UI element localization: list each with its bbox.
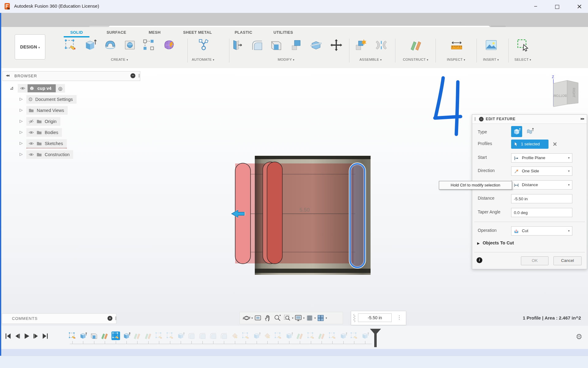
move-copy-icon[interactable] [329, 38, 343, 52]
expand-arrow-icon[interactable]: ▷ [20, 108, 23, 112]
timeline-feature-sketch[interactable] [328, 332, 337, 340]
orbit-icon[interactable] [243, 314, 251, 322]
step-back-icon[interactable] [13, 332, 21, 340]
add-comment-icon[interactable]: + [107, 316, 112, 321]
viewport-canvas[interactable]: 5.50 Z BOTTOM RIGHT ◀◀ [0, 68, 588, 356]
timeline-feature-planes[interactable] [100, 332, 109, 340]
group-automate[interactable]: AUTOMATE ▾ [192, 58, 214, 61]
expand-arrow-icon[interactable]: ▷ [20, 97, 23, 101]
viewports-caret[interactable]: ▾ [326, 316, 327, 320]
timeline-feature-sketch[interactable] [241, 332, 250, 340]
browser-item-label[interactable]: Construction [45, 152, 70, 157]
extent-type-dropdown[interactable]: Distance ▾ [511, 180, 572, 190]
timeline-feature-sketch[interactable] [68, 332, 77, 340]
group-construct[interactable]: CONSTRUCT ▾ [403, 58, 428, 61]
direction-dropdown[interactable]: One Side ▾ [511, 167, 572, 176]
viewports-icon[interactable] [317, 314, 325, 322]
group-assemble[interactable]: ASSEMBLE ▾ [360, 58, 382, 61]
cut-profile-mid[interactable] [267, 162, 282, 264]
display-settings-icon[interactable] [294, 314, 302, 322]
dialog-header[interactable]: ∥ − EDIT FEATURE ▶▶ [472, 115, 587, 124]
fit-view-icon[interactable] [283, 314, 291, 322]
timeline-feature-extrude[interactable] [252, 332, 261, 340]
fit-caret[interactable]: ▾ [292, 316, 294, 320]
group-create[interactable]: CREATE ▾ [111, 58, 128, 61]
group-modify[interactable]: MODIFY ▾ [278, 58, 295, 61]
automate-icon[interactable] [197, 38, 211, 52]
timeline-feature-planes[interactable] [296, 332, 304, 340]
group-select[interactable]: SELECT ▾ [514, 58, 531, 61]
timeline-feature-fillet[interactable] [209, 332, 217, 340]
timeline-feature-extrude[interactable] [339, 332, 348, 340]
minimize-button[interactable]: ─ [528, 0, 544, 13]
timeline-feature-extrude[interactable] [176, 332, 185, 340]
timeline-feature-fillet[interactable] [220, 332, 228, 340]
hud-distance-input[interactable] [358, 313, 392, 322]
joint-icon[interactable] [374, 38, 388, 52]
tab-mesh[interactable]: MESH [149, 30, 161, 35]
browser-drag-handle[interactable]: ∥ [138, 73, 140, 78]
insert-image-icon[interactable] [484, 38, 498, 52]
timeline-feature-sketch[interactable] [274, 332, 282, 340]
pan-icon[interactable] [264, 314, 272, 322]
dialog-collapse-icon[interactable]: − [479, 117, 484, 121]
timeline-feature-extrude[interactable] [285, 332, 293, 340]
visibility-eye-icon[interactable] [28, 140, 34, 147]
group-insert[interactable]: INSERT ▾ [483, 58, 499, 61]
select-icon[interactable] [516, 38, 530, 52]
skip-to-start-icon[interactable] [4, 332, 12, 340]
timeline-feature-fillet[interactable] [198, 332, 207, 340]
expand-arrow-icon[interactable]: ▷ [20, 130, 23, 134]
browser-collapse-icon[interactable]: ◀◀ [6, 74, 9, 77]
visibility-eye-icon[interactable] [28, 129, 34, 136]
taper-angle-input[interactable] [511, 208, 572, 217]
timeline-feature-fillet[interactable] [187, 332, 196, 340]
clear-selection-icon[interactable]: × [552, 140, 557, 147]
expand-arrow-icon[interactable]: ▷ [20, 119, 23, 123]
timeline-feature-sketch[interactable] [307, 332, 315, 340]
type-thin-extrude-button[interactable] [525, 127, 534, 136]
timeline-feature-decal[interactable] [263, 332, 272, 340]
timeline-feature-extrude[interactable] [361, 332, 369, 340]
grid-settings-icon[interactable] [306, 314, 314, 322]
objects-to-cut-label[interactable]: Objects To Cut [483, 240, 514, 245]
hole-icon[interactable] [123, 38, 137, 52]
browser-item-label[interactable]: Origin [45, 119, 57, 124]
display-caret[interactable]: ▾ [303, 316, 305, 320]
create-sketch-icon[interactable] [63, 38, 77, 52]
selected-profile[interactable] [350, 164, 365, 267]
split-body-icon[interactable] [309, 38, 323, 52]
type-extrude-selected-button[interactable] [511, 126, 522, 137]
info-icon[interactable]: i [477, 257, 482, 263]
timeline-feature-sketch-active[interactable] [111, 332, 120, 340]
look-at-icon[interactable] [254, 314, 262, 322]
measure-icon[interactable] [450, 38, 464, 52]
comments-drag-handle[interactable]: ∥ [115, 316, 117, 320]
browser-item-label[interactable]: Sketches [45, 141, 63, 146]
skip-to-end-icon[interactable] [41, 332, 49, 340]
timeline-feature-sketch[interactable] [155, 332, 163, 340]
profiles-selected-button[interactable]: 1 selected [511, 140, 548, 149]
activate-component-icon[interactable]: ◎ [58, 86, 62, 91]
timeline-feature-planes[interactable] [317, 332, 326, 340]
create-form-icon[interactable] [162, 38, 176, 52]
new-component-icon[interactable] [354, 38, 368, 52]
cancel-button[interactable]: Cancel [553, 256, 582, 265]
fillet-icon[interactable] [250, 38, 264, 52]
revolve-icon[interactable] [103, 38, 117, 52]
browser-item-label[interactable]: Bodies [45, 130, 58, 135]
timeline-feature-sketch[interactable] [166, 332, 174, 340]
timeline-feature-sketch[interactable] [350, 332, 358, 340]
tab-plastic[interactable]: PLASTIC [235, 30, 252, 35]
tab-utilities[interactable]: UTILITIES [273, 30, 293, 35]
maximize-button[interactable]: □ [549, 0, 565, 13]
dimension-value[interactable]: 5.50 [300, 207, 310, 213]
timeline-feature-shell[interactable] [90, 332, 98, 340]
workspace-switcher[interactable]: DESIGN ▾ [15, 34, 45, 59]
combine-icon[interactable] [289, 38, 303, 52]
hud-drag-handle[interactable] [353, 314, 356, 322]
timeline-settings-gear-icon[interactable]: ⚙ [576, 332, 582, 341]
close-button[interactable]: × [571, 0, 587, 13]
zoom-icon[interactable] [273, 314, 281, 322]
model-cup-preview[interactable]: 5.50 [227, 153, 380, 276]
